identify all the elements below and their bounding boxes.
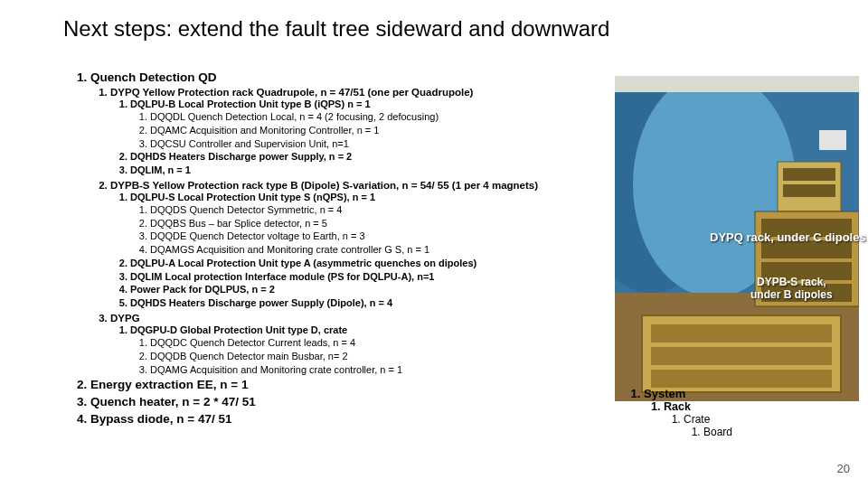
outline-text: DYPQ Yellow Protection rack Quadrupole, … <box>110 87 473 98</box>
outline-item: Quench Detection QD DYPQ Yellow Protecti… <box>90 70 622 376</box>
outline-item: DYPQ Yellow Protection rack Quadrupole, … <box>110 86 622 177</box>
outline-item: DQQDC Quench Detector Current leads, n =… <box>150 337 622 350</box>
outline-item: DQAMC Acquisition and Monitoring Control… <box>150 125 622 137</box>
svg-rect-10 <box>783 184 835 197</box>
outline-item: DYPG DQGPU-D Global Protection Unit type… <box>110 312 622 376</box>
key-item: System Rack Crate Board <box>644 387 732 438</box>
svg-rect-17 <box>819 130 846 150</box>
key-text: System <box>644 387 685 400</box>
outline-item: DQLPU-B Local Protection Unit type B (iQ… <box>130 99 622 150</box>
outline-item: DQLIM, n = 1 <box>130 164 622 177</box>
outline-item: DQQDL Quench Detection Local, n = 4 (2 f… <box>150 111 622 124</box>
outline-item: Energy extraction EE, n = 1 <box>90 378 622 393</box>
outline-item: DQLPU-A Local Protection Unit type A (as… <box>130 258 622 270</box>
outline-item: DQCSU Controller and Supervision Unit, n… <box>150 138 622 151</box>
page-number: 20 <box>837 462 850 475</box>
outline-text: DYPB-S Yellow Protection rack type B (Di… <box>110 180 538 191</box>
outline-text: DQLPU-B Local Protection Unit type B (iQ… <box>130 99 371 109</box>
outline-item: DQQDS Quench Detector Symmetric, n = 4 <box>150 204 622 217</box>
outline-item: Bypass diode, n = 47/ 51 <box>90 412 622 427</box>
outline-item: DQQDE Quench Detector voltage to Earth, … <box>150 230 622 243</box>
photo-caption-dypq: DYPQ rack, under C dipoles <box>710 230 866 244</box>
outline-text: DYPG <box>110 313 140 324</box>
svg-rect-7 <box>651 370 832 388</box>
slide: Next steps: extend the fault tree sidewa… <box>0 0 868 488</box>
caption-line: under B dipoles <box>750 288 833 301</box>
outline-item: Power Pack for DQLPUS, n = 2 <box>130 284 622 296</box>
outline-content: Quench Detection QD DYPQ Yellow Protecti… <box>71 70 622 429</box>
outline-item: DQAMGS Acquisition and Monitoring crate … <box>150 244 622 257</box>
slide-title: Next steps: extend the fault tree sidewa… <box>63 16 609 42</box>
outline-text: DQGPU-D Global Protection Unit type D, c… <box>130 324 347 335</box>
outline-item: DQAMG Acquisition and Monitoring crate c… <box>150 364 622 377</box>
outline-item: Quench heater, n = 2 * 47/ 51 <box>90 395 622 410</box>
outline-item: DQHDS Heaters Discharge power Supply, n … <box>130 151 622 164</box>
outline-item: DQGPU-D Global Protection Unit type D, c… <box>130 324 622 376</box>
key-item: Crate Board <box>684 413 732 438</box>
outline-item: DQLPU-S Local Protection Unit type S (nQ… <box>130 192 622 257</box>
caption-line: DYPB-S rack, <box>757 276 826 288</box>
svg-rect-6 <box>651 347 832 365</box>
outline-item: DQQBS Bus – bar Splice detector, n = 5 <box>150 218 622 230</box>
key-item: Board <box>703 426 732 438</box>
outline-text: DQLPU-S Local Protection Unit type S (nQ… <box>130 192 375 202</box>
outline-item: DQQDB Quench Detector main Busbar, n= 2 <box>150 351 622 363</box>
hierarchy-key: System Rack Crate Board <box>624 387 732 438</box>
key-text: Rack <box>664 400 691 413</box>
svg-rect-9 <box>783 168 835 181</box>
photo-caption-dypbs: DYPB-S rack, under B dipoles <box>750 276 833 302</box>
outline-item: DYPB-S Yellow Protection rack type B (Di… <box>110 179 622 310</box>
outline-item: DQHDS Heaters Discharge power Supply (Di… <box>130 297 622 310</box>
key-text: Crate <box>684 413 710 426</box>
key-item: Rack Crate Board <box>664 400 732 438</box>
svg-rect-16 <box>615 76 859 92</box>
outline-item: DQLIM Local protection Interface module … <box>130 271 622 284</box>
outline-text: Quench Detection QD <box>90 70 217 84</box>
svg-rect-5 <box>651 324 832 343</box>
